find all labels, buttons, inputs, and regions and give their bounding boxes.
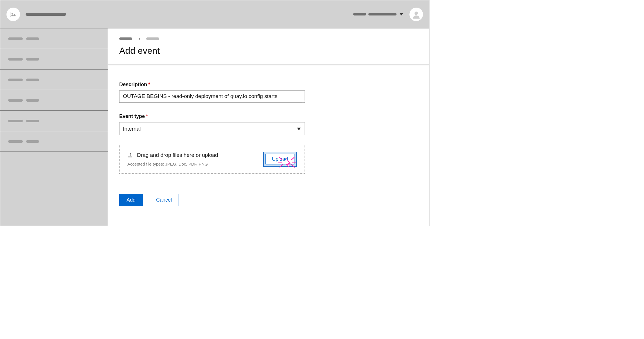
sidebar-item-placeholder [8,37,23,40]
dropzone-row: Drag and drop files here or upload Accep… [127,152,297,167]
description-field: Description* [119,82,310,104]
sidebar-item[interactable] [0,131,108,152]
user-icon [412,10,420,19]
sidebar-item-placeholder [8,140,23,143]
event-type-select-wrap: Internal [119,122,305,135]
main-content: › Add event Description* Event type* Int… [108,28,429,226]
page-header: › Add event [108,28,429,65]
event-type-label: Event type* [119,113,310,119]
cancel-button[interactable]: Cancel [149,194,179,206]
sidebar-item[interactable] [0,90,108,111]
logo[interactable] [6,8,20,21]
sidebar-item-placeholder [26,79,39,81]
top-bar-right [353,8,423,21]
dropzone-text: Drag and drop files here or upload [137,152,218,158]
nav-placeholder-2 [368,13,397,15]
event-type-select[interactable]: Internal [119,122,305,135]
dropzone-main: Drag and drop files here or upload [127,152,258,158]
sidebar-item-placeholder [26,58,39,61]
upload-button[interactable]: Upload [265,154,294,164]
sidebar-item-placeholder [8,99,23,102]
svg-line-9 [292,165,294,167]
top-bar-left [6,8,66,21]
sidebar [0,28,108,226]
sidebar-item[interactable] [0,70,108,90]
app-title-placeholder [26,13,66,16]
sidebar-item-placeholder [8,58,23,61]
svg-point-1 [12,13,13,14]
form: Description* Event type* Internal [108,65,322,217]
sidebar-item-placeholder [26,120,39,122]
chevron-right-icon: › [138,36,140,42]
file-dropzone[interactable]: Drag and drop files here or upload Accep… [119,145,305,174]
add-button[interactable]: Add [119,194,143,206]
sidebar-item-placeholder [26,99,39,102]
image-icon [10,12,16,17]
avatar[interactable] [409,8,423,21]
event-type-label-text: Event type [119,113,145,119]
description-input[interactable] [119,90,305,103]
svg-rect-3 [128,157,132,157]
top-bar [0,0,429,28]
event-type-field: Event type* Internal [119,113,310,135]
svg-point-2 [415,12,418,15]
required-indicator: * [148,82,150,87]
top-nav-dropdown[interactable] [353,13,403,15]
sidebar-item-placeholder [8,79,23,81]
breadcrumb-item[interactable] [119,37,132,40]
sidebar-item-placeholder [8,120,23,122]
description-label-text: Description [119,82,147,87]
description-label: Description* [119,82,310,88]
dropzone-text-col: Drag and drop files here or upload Accep… [127,152,258,166]
sidebar-item[interactable] [0,49,108,70]
sidebar-item[interactable] [0,28,108,49]
upload-button-highlight: Upload [263,152,297,167]
body: › Add event Description* Event type* Int… [0,28,429,226]
breadcrumb: › [119,36,418,42]
nav-placeholder-1 [353,13,366,15]
sidebar-item[interactable] [0,111,108,131]
upload-icon [127,152,133,158]
required-indicator: * [146,113,148,119]
breadcrumb-item [146,37,159,40]
caret-down-icon [399,13,403,15]
dropzone-hint: Accepted file types: JPEG, Doc, PDF, PNG [127,162,258,166]
sidebar-item-placeholder [26,140,39,143]
sidebar-item-placeholder [26,37,39,40]
page-title: Add event [119,46,418,56]
svg-line-6 [280,165,283,167]
form-actions: Add Cancel [119,194,310,206]
